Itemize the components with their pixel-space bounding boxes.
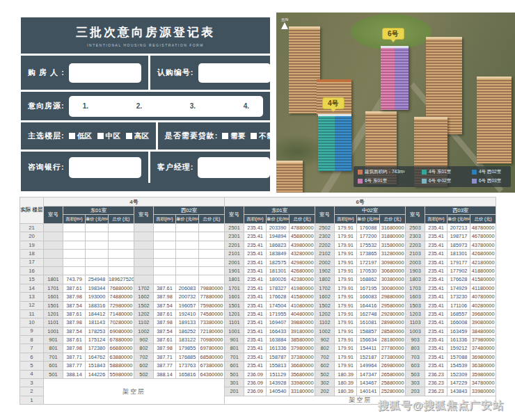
table-cell: 1101 [225,318,244,327]
table-cell: 235.41 [425,301,447,309]
table-cell [134,250,154,258]
price-table-wrapper: 实际 楼层4号6号室号东01室室号西02室室号东01室室号中02室室号西03室面… [19,197,496,405]
price-table: 实际 楼层4号6号室号东01室室号西02室室号东01室室号中02室室号西03室面… [19,197,496,405]
intention-input[interactable]: 1. 2. 3. 4. [69,96,263,117]
table-cell: 64360000 [199,370,225,378]
table-row: 6701387.7116476263880000702387.711768856… [20,353,496,361]
checkbox-icon [222,133,228,139]
manager-field-group: 客户经理: [148,152,278,183]
table-cell: 168862 [357,275,380,284]
table-cell: 69780000 [199,344,225,353]
table-cell: 202 [315,387,335,396]
measure-header: 单价 (元/m²) [86,215,109,224]
table-cell: 41580000 [470,275,496,284]
table-cell: 30980000 [380,258,406,266]
table-cell: 179.91 [335,232,357,241]
intention-slot-2: 2. [136,102,142,110]
table-cell: 235.41 [425,258,447,266]
table-row: 151801743.792549481896275201801235.41180… [20,275,496,284]
table-cell: 801 [44,344,63,353]
checkbox-label: 中区 [106,131,120,141]
checkbox-icon [69,133,75,139]
table-cell: 39180000 [290,327,315,335]
table-cell: 387.98 [63,293,86,301]
table-cell [176,232,199,241]
table-cell: 179.91 [335,241,357,249]
table-cell: 169407 [267,318,290,327]
bank-input[interactable] [69,157,141,178]
table-cell: 236.23 [425,379,447,387]
table-cell: 1003 [406,327,425,335]
table-cell: 179.91 [335,224,357,232]
table-cell: 701 [225,353,244,361]
table-cell [199,258,225,266]
measure-header: 面积(m²) [244,215,267,224]
table-cell: 185973 [447,241,470,249]
table-cell: 1602 [134,293,154,301]
table-row: 161901235.41181301426800001902179.911705… [20,266,496,275]
table-cell: 179177 [447,258,470,266]
table-cell: 30380000 [380,275,406,284]
table-cell: 1002 [134,327,154,335]
table-cell: 901 [44,336,63,344]
table-row: 101101387.98181143702800001102387.981891… [20,318,496,327]
table-cell: 70280000 [109,318,134,327]
table-cell: 387.98 [63,318,86,327]
room-group-header: 西03室 [425,207,496,215]
table-cell: 502 [315,370,335,378]
room-group-header: 东01室 [244,207,315,215]
manager-input[interactable] [198,157,270,178]
table-cell: 79880000 [199,284,225,292]
subscription-no-input[interactable] [198,63,271,83]
table-cell: 501 [44,370,63,378]
table-row: 172001235.41182575429800002002179.911721… [20,258,496,266]
table-cell [199,241,225,249]
table-cell: 1601 [44,293,63,301]
table-cell: 180.39 [335,370,357,378]
checkbox-high-zone[interactable]: 高区 [126,131,149,141]
floor-cell: 18 [20,250,44,258]
floor-cell: 16 [20,266,44,275]
table-cell: 177200 [357,232,380,241]
table-cell: 33180000 [290,387,315,396]
table-cell: 188316 [86,301,109,309]
legend-item: 6号 西03室 [472,178,511,184]
table-cell [134,266,154,275]
table-cell: 177902 [447,266,470,275]
table-cell: 29880000 [380,293,406,301]
table-cell: 387.54 [63,327,86,335]
table-cell: 501 [225,370,244,378]
buyer-input[interactable] [69,63,141,83]
table-cell: 235.41 [425,250,447,258]
table-cell: 164416 [357,301,380,309]
table-cell: 235.41 [425,224,447,232]
checkbox-low-zone[interactable]: 低区 [69,131,92,141]
table-cell: 162748 [357,309,380,318]
checkbox-mid-zone[interactable]: 中区 [97,131,120,141]
table-cell: 1503 [406,301,425,309]
table-cell: 42980000 [290,258,315,266]
table-cell: 235.41 [425,266,447,275]
table-cell: 179.91 [335,353,357,361]
checkbox-label: 低区 [77,131,92,141]
table-row: 192201235.41186823439800002202179.911755… [20,241,496,249]
table-cell: 164762 [86,353,109,361]
table-cell: 176088 [357,224,380,232]
table-cell: 166008 [447,318,470,327]
table-cell: 173865 [357,250,380,258]
table-cell: 30680000 [380,266,406,275]
table-cell [134,258,154,266]
checkbox-loan-yes[interactable]: 需要 [222,131,245,141]
building-4-tag[interactable]: 4号 [322,97,344,109]
table-row: 212501235.41203390478800002502179.911760… [20,224,496,232]
table-cell: 39880000 [290,318,315,327]
measure-header: 单价 (元/m²) [447,215,470,224]
table-cell: 503 [406,370,425,378]
table-cell: 158857 [357,327,380,335]
table-cell: 172380 [86,344,109,353]
building-6-tag[interactable]: 6号 [382,28,404,40]
table-cell: 55980000 [109,370,134,378]
measure-header: 总价 (元) [290,215,315,224]
table-cell: 46780000 [470,232,496,241]
subscription-no-label: 认购编号: [157,67,194,78]
